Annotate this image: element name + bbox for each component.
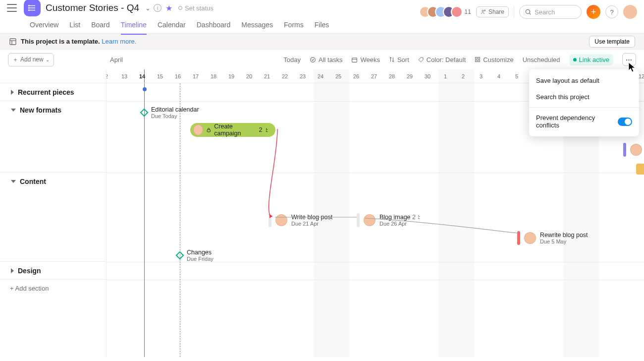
project-dropdown-icon[interactable]: ⌄ [145, 4, 151, 12]
global-add-button[interactable]: + [587, 5, 600, 19]
svg-rect-19 [478, 60, 480, 62]
assignee-avatar [193, 124, 203, 135]
tab-forms[interactable]: Forms [284, 21, 304, 34]
info-icon[interactable]: i [154, 4, 161, 12]
grid-icon [475, 57, 481, 62]
tab-board[interactable]: Board [91, 21, 109, 34]
svg-point-6 [482, 10, 483, 12]
date-4: 4 [490, 69, 508, 83]
task-changes[interactable]: ChangesDue Friday [177, 249, 214, 262]
tab-overview[interactable]: Overview [30, 21, 58, 34]
task-create-campaign[interactable]: Create campaign 2 [190, 123, 275, 137]
svg-point-5 [29, 10, 30, 11]
tab-dashboard[interactable]: Dashboard [197, 21, 231, 34]
task-peek-yellow[interactable] [636, 164, 644, 175]
svg-rect-17 [478, 58, 480, 60]
task-blog-image[interactable]: Blog image 2 Due 26 Apr [357, 213, 423, 227]
tab-timeline[interactable]: Timeline [121, 21, 147, 35]
add-new-button[interactable]: ＋Add new⌄ [8, 53, 54, 66]
customize-button[interactable]: Customize [475, 56, 513, 63]
svg-rect-14 [352, 58, 357, 62]
tab-messages[interactable]: Messages [241, 21, 273, 34]
status-label: Set status [185, 4, 214, 12]
date-19: 19 [222, 69, 240, 83]
unscheduled-button[interactable]: Unscheduled [523, 56, 560, 63]
svg-rect-21 [207, 130, 210, 132]
zoom-weeks[interactable]: Weeks [351, 56, 380, 63]
task-rewrite-blog-post[interactable]: Rewrite blog postDue 5 May [517, 231, 588, 245]
date-29: 29 [401, 69, 419, 83]
date-25: 25 [329, 69, 347, 83]
help-button[interactable]: ? [605, 5, 618, 18]
member-count: 11 [465, 8, 471, 15]
sort-icon [389, 57, 395, 62]
share-button[interactable]: Share [476, 6, 509, 17]
date-28: 28 [383, 69, 401, 83]
section-content[interactable]: Content [0, 173, 106, 190]
use-template-button[interactable]: Use template [589, 36, 635, 48]
date-20: 20 [240, 69, 258, 83]
svg-rect-18 [476, 60, 478, 62]
caret-down-icon [11, 109, 16, 112]
star-icon[interactable]: ★ [165, 3, 172, 13]
date-13: 13 [115, 69, 133, 83]
private-icon [206, 127, 212, 133]
caret-right-icon [11, 268, 14, 273]
more-options-button[interactable]: ⋯ [622, 53, 636, 66]
task-write-blog-post[interactable]: Write blog postDue 21 Apr [268, 213, 332, 227]
tab-files[interactable]: Files [315, 21, 329, 34]
banner-link[interactable]: Learn more. [102, 38, 136, 45]
menu-search-project[interactable]: Search this project [529, 89, 639, 105]
section-new-formats[interactable]: New formats [0, 101, 106, 119]
add-section-button[interactable]: + Add section [0, 280, 106, 297]
more-options-menu: Save layout as default Search this proje… [529, 69, 639, 136]
menu-prevent-conflicts[interactable]: Prevent dependency conflicts [529, 110, 639, 133]
separator [514, 6, 514, 17]
svg-point-4 [29, 7, 30, 8]
section-design[interactable]: Design [0, 262, 106, 280]
banner-text: This project is a template. [21, 38, 100, 45]
task-peek-right[interactable]: PD [623, 143, 644, 157]
date-15: 15 [151, 69, 169, 83]
section-recurrent[interactable]: Recurrent pieces [0, 83, 106, 101]
today-button[interactable]: Today [283, 56, 301, 63]
menu-button[interactable] [7, 4, 17, 12]
svg-rect-10 [10, 39, 16, 45]
status-dot-icon [178, 6, 182, 10]
share-label: Share [488, 8, 504, 15]
date-14: 14 [133, 69, 151, 83]
assignee-avatar [524, 232, 536, 244]
profile-avatar[interactable] [623, 5, 637, 19]
search-icon [525, 8, 532, 15]
tab-list[interactable]: List [69, 21, 80, 34]
member-avatars[interactable]: 11 [419, 6, 471, 18]
project-title[interactable]: Customer Stories - Q4 [46, 2, 139, 13]
status-button[interactable]: Set status [178, 4, 214, 12]
color-button[interactable]: Color: Default [418, 56, 466, 63]
svg-rect-16 [476, 58, 478, 60]
assignee-avatar [275, 214, 287, 226]
date-22: 22 [276, 69, 294, 83]
date-27: 27 [365, 69, 383, 83]
project-icon[interactable] [24, 0, 41, 16]
link-active-button[interactable]: Link active [569, 54, 613, 65]
caret-right-icon [11, 90, 14, 95]
section-sidebar: Recurrent pieces New formats Content Des… [0, 69, 107, 357]
tag-icon [418, 57, 424, 62]
tab-calendar[interactable]: Calendar [158, 21, 186, 34]
calendar-icon [351, 57, 358, 63]
date-23: 23 [294, 69, 312, 83]
toggle-on-icon[interactable] [618, 118, 632, 126]
date-18: 18 [205, 69, 222, 83]
svg-point-13 [311, 57, 316, 62]
task-editorial-calendar[interactable]: Editorial calendar Due Today [141, 106, 199, 119]
search-input[interactable]: Search [519, 5, 582, 19]
menu-save-layout[interactable]: Save layout as default [529, 72, 639, 89]
sort-button[interactable]: Sort [389, 56, 409, 63]
date-30: 30 [419, 69, 436, 83]
svg-point-8 [526, 9, 530, 13]
all-tasks-filter[interactable]: All tasks [310, 56, 342, 63]
date-1: 1 [436, 69, 454, 83]
month-label: April [110, 56, 123, 63]
date-24: 24 [312, 69, 329, 83]
